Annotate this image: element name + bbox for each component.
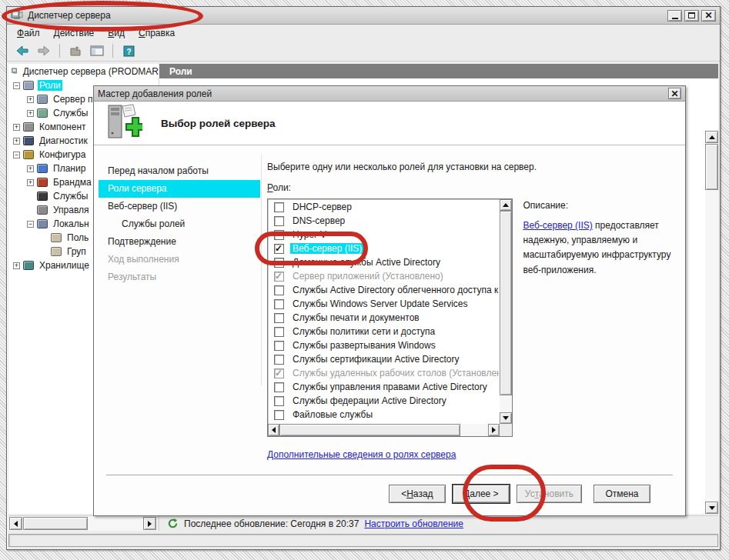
wizard-step: Веб-сервер (IIS)	[94, 198, 260, 215]
list-vertical-scrollbar[interactable]	[500, 199, 512, 424]
results-pane-header: Роли	[159, 64, 718, 78]
help-button[interactable]: ?	[119, 42, 138, 59]
cancel-button[interactable]: Отмена	[594, 485, 650, 503]
collapse-icon[interactable]: −	[13, 82, 20, 89]
status-bar: Последнее обновление: Сегодня в 20:37 На…	[159, 516, 718, 531]
checkbox[interactable]	[274, 410, 284, 420]
collapse-icon[interactable]: −	[27, 221, 34, 228]
role-row: DHCP-сервер	[269, 200, 499, 214]
add-role-icon	[105, 104, 142, 142]
role-row: Файловые службы	[269, 408, 499, 422]
wizard-buttons: < НазадДалее >УстановитьОтмена	[389, 485, 650, 503]
checkbox[interactable]	[274, 313, 284, 323]
expand-icon[interactable]: +	[13, 124, 20, 131]
toolbar-separator	[112, 44, 113, 58]
wizard-body: Перед началом работыРоли сервераВеб-серв…	[94, 145, 685, 515]
description-title: Описание:	[523, 200, 673, 211]
checkbox[interactable]	[274, 341, 284, 351]
checkbox[interactable]	[274, 355, 284, 365]
scroll-right-icon	[492, 427, 496, 433]
services-icon	[37, 192, 48, 201]
remote-services-icon	[37, 108, 48, 118]
back-button[interactable]: < Назад	[389, 485, 446, 503]
web-server-iis-link[interactable]: Веб-сервер (IIS)	[523, 220, 592, 231]
checkbox[interactable]	[274, 258, 284, 268]
help-icon: ?	[123, 45, 135, 57]
scrollbar-thumb[interactable]	[279, 424, 460, 436]
window-titlebar: Диспетчер сервера ✕	[7, 7, 720, 25]
more-info-link[interactable]: Дополнительные сведения о ролях сервера	[267, 449, 456, 460]
menu-3[interactable]: Вид	[101, 26, 132, 40]
scroll-left-button[interactable]	[268, 424, 279, 436]
expand-icon[interactable]: +	[27, 110, 34, 117]
tree-item-label: Управля	[52, 205, 91, 215]
scrollbar-thumb[interactable]	[23, 517, 88, 530]
maximize-button[interactable]	[684, 10, 699, 22]
configure-refresh-link[interactable]: Настроить обновление	[364, 518, 463, 529]
list-horizontal-scrollbar[interactable]	[268, 424, 500, 436]
scroll-left-button[interactable]	[9, 517, 22, 530]
tree-horizontal-scrollbar[interactable]	[8, 516, 159, 531]
scroll-down-button[interactable]	[705, 502, 718, 514]
scrollbar-thumb[interactable]	[705, 144, 718, 190]
export-button[interactable]	[66, 42, 85, 59]
role-row: Службы политики сети и доступа	[269, 325, 499, 338]
tree-item-label: Поль	[65, 232, 90, 243]
checkbox[interactable]	[274, 299, 284, 309]
close-button[interactable]: ✕	[701, 10, 716, 22]
back-icon	[16, 45, 28, 56]
checkbox[interactable]	[274, 202, 284, 212]
checkbox[interactable]	[274, 396, 284, 406]
steps-divider	[261, 155, 262, 385]
minimize-icon	[672, 18, 678, 19]
configuration-icon	[23, 150, 34, 159]
tree-item-label: Конфигура	[38, 149, 87, 160]
scroll-up-icon	[503, 203, 509, 207]
wmi-control-icon	[37, 205, 48, 215]
back-button[interactable]	[13, 42, 32, 59]
wizard-close-button[interactable]: ✕	[668, 88, 681, 99]
expand-icon[interactable]: +	[13, 262, 20, 269]
forward-button[interactable]	[35, 42, 53, 59]
expand-icon[interactable]: +	[27, 179, 34, 186]
scrollbar-thumb[interactable]	[500, 211, 512, 395]
tree-item-label: Груп	[65, 246, 88, 257]
checkbox-checked[interactable]	[274, 244, 284, 254]
checkbox[interactable]	[274, 230, 284, 240]
tree-item-label: Планир	[52, 163, 87, 174]
collapse-icon[interactable]: −	[13, 152, 20, 158]
scroll-up-button[interactable]	[500, 199, 512, 211]
server-manager-window: Диспетчер сервера ✕ ФайлДействиеВидСправ…	[6, 6, 721, 550]
toolbar-separator	[59, 44, 60, 58]
scroll-up-icon	[709, 135, 715, 139]
instruction-text: Выберите одну или несколько ролей для ус…	[267, 162, 673, 172]
menu-4[interactable]: Справка	[132, 26, 182, 40]
console-window-button[interactable]	[88, 42, 106, 59]
expand-icon[interactable]: +	[27, 165, 34, 172]
role-row: Веб-сервер (IIS)	[269, 242, 499, 255]
scroll-down-button[interactable]	[500, 412, 512, 424]
menu-2[interactable]: Действие	[47, 26, 102, 40]
next-button[interactable]: Далее >	[453, 485, 510, 503]
role-row: Службы федерации Active Directory	[269, 394, 499, 408]
expand-icon[interactable]: +	[13, 138, 20, 145]
close-icon: ✕	[704, 11, 712, 20]
wizard-step: Роли сервера	[99, 180, 260, 198]
role-label: Файловые службы	[290, 409, 375, 420]
checkbox[interactable]	[274, 285, 284, 295]
scroll-right-button[interactable]	[488, 424, 500, 436]
expand-icon[interactable]: +	[27, 96, 34, 103]
scroll-right-button[interactable]	[143, 517, 156, 530]
checkbox[interactable]	[274, 382, 284, 392]
pane-header-label: Роли	[169, 66, 192, 77]
diagnostics-icon	[23, 136, 34, 145]
menu-1[interactable]: Файл	[10, 26, 47, 40]
minimize-button[interactable]	[667, 10, 682, 22]
server-manager-icon	[12, 66, 19, 76]
pane-vertical-scrollbar[interactable]	[705, 131, 718, 514]
checkbox[interactable]	[274, 216, 284, 226]
maximize-icon	[688, 12, 695, 18]
tree-root-node[interactable]: Диспетчер сервера (PRODMAR	[8, 64, 159, 78]
checkbox[interactable]	[274, 327, 284, 337]
scroll-up-button[interactable]	[705, 131, 718, 143]
